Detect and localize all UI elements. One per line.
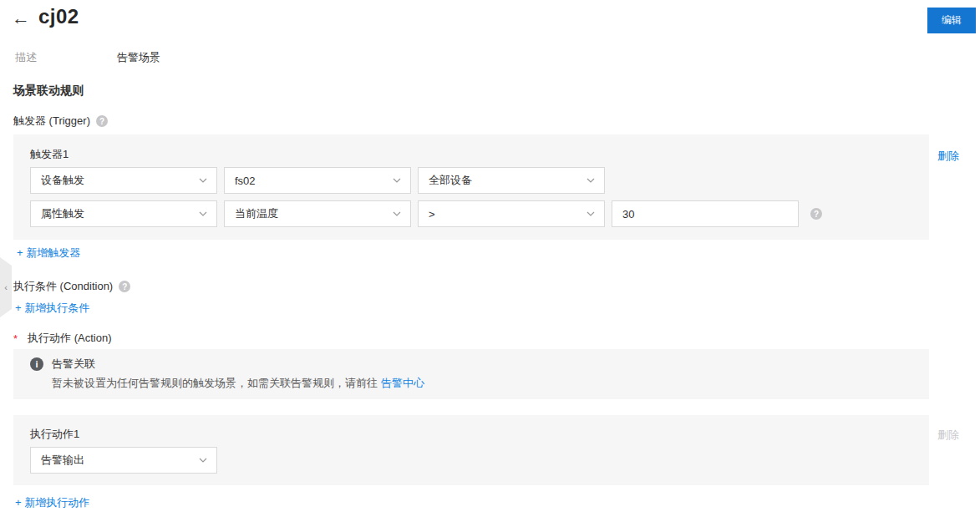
delete-action-link-disabled: 删除 (937, 428, 959, 443)
add-action-link[interactable]: + 新增执行动作 (15, 496, 89, 509)
alarm-notice-content: 告警关联 暂未被设置为任何告警规则的触发场景，如需关联告警规则，请前往告警中心 (52, 357, 424, 391)
condition-group-label: 执行条件 (Condition) ? (13, 279, 130, 294)
product-value: fs02 (235, 175, 256, 187)
trigger-card: 触发器1 设备触发 fs02 全部设备 (13, 134, 929, 240)
trigger-row-2: 属性触发 当前温度 > ? (30, 200, 912, 227)
chevron-down-icon (198, 175, 208, 185)
trigger-mode-value: 属性触发 (41, 206, 84, 221)
operator-value: > (429, 208, 435, 220)
action-card-title: 执行动作1 (30, 427, 912, 442)
action-row-1: 告警输出 (30, 447, 912, 474)
action-label: 执行动作 (Action) (28, 331, 111, 346)
action-type-select[interactable]: 告警输出 (30, 447, 217, 474)
device-value: 全部设备 (429, 173, 472, 188)
chevron-down-icon (586, 209, 596, 219)
alarm-center-link[interactable]: 告警中心 (381, 377, 424, 389)
info-icon: i (30, 357, 43, 371)
scene-rule-detail-page: ← cj02 编辑 描述 告警场景 场景联动规则 触发器 (Trigger) ?… (0, 0, 980, 527)
chevron-down-icon (586, 175, 596, 185)
chevron-down-icon (198, 455, 208, 465)
back-arrow-icon[interactable]: ← (12, 8, 30, 28)
chevron-down-icon (198, 209, 208, 219)
trigger-group-label: 触发器 (Trigger) ? (13, 114, 108, 129)
description-label: 描述 (15, 50, 37, 65)
trigger-mode-select[interactable]: 属性触发 (30, 200, 217, 227)
chevron-down-icon (392, 209, 402, 219)
chevron-down-icon (392, 175, 402, 185)
edit-button[interactable]: 编辑 (927, 8, 976, 33)
product-select[interactable]: fs02 (224, 167, 411, 194)
alarm-notice-text: 暂未被设置为任何告警规则的触发场景，如需关联告警规则，请前往告警中心 (52, 376, 424, 391)
add-condition-link[interactable]: + 新增执行条件 (15, 302, 89, 314)
trigger-help-icon[interactable]: ? (96, 115, 108, 127)
condition-help-icon[interactable]: ? (119, 281, 130, 292)
description-value: 告警场景 (117, 50, 160, 65)
chevron-left-icon: ‹ (4, 282, 8, 292)
alarm-notice-message: 暂未被设置为任何告警规则的触发场景，如需关联告警规则，请前往 (52, 377, 378, 389)
add-trigger-link[interactable]: + 新增触发器 (17, 246, 80, 259)
trigger-row-1: 设备触发 fs02 全部设备 (30, 167, 912, 194)
threshold-help-icon[interactable]: ? (810, 208, 822, 220)
required-asterisk: * (13, 332, 18, 345)
trigger-card-title: 触发器1 (30, 147, 912, 162)
trigger-type-select[interactable]: 设备触发 (30, 167, 217, 194)
alarm-notice-title: 告警关联 (52, 357, 424, 372)
trigger-type-value: 设备触发 (41, 173, 84, 188)
trigger-label: 触发器 (Trigger) (13, 114, 90, 129)
action-group-label: * 执行动作 (Action) (13, 331, 111, 346)
page-title: cj02 (38, 5, 79, 28)
condition-label: 执行条件 (Condition) (13, 279, 113, 294)
action-type-value: 告警输出 (41, 453, 84, 468)
alarm-notice-box: i 告警关联 暂未被设置为任何告警规则的触发场景，如需关联告警规则，请前往告警中… (13, 349, 929, 399)
property-select[interactable]: 当前温度 (224, 200, 411, 227)
delete-trigger-link[interactable]: 删除 (937, 149, 959, 164)
device-select[interactable]: 全部设备 (418, 167, 605, 194)
property-value: 当前温度 (235, 206, 278, 221)
action-card: 执行动作1 告警输出 (13, 415, 929, 485)
section-title: 场景联动规则 (13, 84, 84, 99)
drawer-collapse-handle[interactable]: ‹ (0, 257, 12, 317)
operator-select[interactable]: > (418, 200, 605, 227)
threshold-input[interactable] (612, 200, 799, 227)
